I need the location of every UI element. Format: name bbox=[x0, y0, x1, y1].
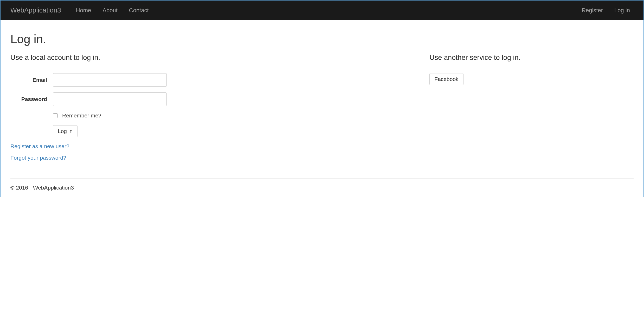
remember-label-wrapper[interactable]: Remember me? bbox=[53, 112, 422, 120]
nav-link-about[interactable]: About bbox=[97, 2, 123, 18]
navbar-nav-left: Home About Contact bbox=[70, 2, 154, 18]
form-group-submit: Log in bbox=[53, 125, 422, 137]
footer: © 2016 - WebApplication3 bbox=[10, 178, 634, 197]
nav-link-register[interactable]: Register bbox=[576, 2, 609, 18]
form-group-email: Email bbox=[10, 73, 422, 87]
login-links: Register as a new user? Forgot your pass… bbox=[10, 142, 422, 162]
login-row: Use a local account to log in. Email Pas… bbox=[10, 53, 634, 166]
remember-label: Remember me? bbox=[62, 112, 101, 120]
local-login-heading: Use a local account to log in. bbox=[10, 53, 422, 63]
email-field[interactable] bbox=[53, 73, 167, 87]
local-login-section: Use a local account to log in. Email Pas… bbox=[10, 53, 422, 162]
navbar-left: WebApplication3 Home About Contact bbox=[8, 2, 571, 19]
main-container: Log in. Use a local account to log in. E… bbox=[1, 20, 643, 171]
external-login-column: Use another service to log in. Facebook bbox=[429, 53, 623, 166]
navbar: WebApplication3 Home About Contact Regis… bbox=[1, 1, 643, 20]
local-login-column: Use a local account to log in. Email Pas… bbox=[10, 53, 422, 166]
page-title: Log in. bbox=[10, 31, 634, 48]
remember-checkbox[interactable] bbox=[53, 113, 57, 118]
facebook-login-button[interactable]: Facebook bbox=[429, 73, 463, 85]
nav-link-home[interactable]: Home bbox=[70, 2, 97, 18]
external-login-providers: Facebook bbox=[429, 73, 623, 85]
divider bbox=[10, 68, 422, 68]
divider bbox=[429, 68, 623, 68]
nav-link-contact[interactable]: Contact bbox=[123, 2, 154, 18]
login-button[interactable]: Log in bbox=[53, 125, 78, 137]
navbar-nav-right: Register Log in bbox=[576, 2, 636, 18]
navbar-right: Register Log in bbox=[571, 2, 636, 18]
nav-link-login[interactable]: Log in bbox=[609, 2, 636, 18]
navbar-brand[interactable]: WebApplication3 bbox=[8, 2, 65, 19]
footer-text: © 2016 - WebApplication3 bbox=[10, 184, 634, 192]
email-label: Email bbox=[10, 76, 53, 84]
login-form: Email Password Remember me? L bbox=[10, 73, 422, 137]
password-label: Password bbox=[10, 95, 53, 103]
external-login-section: Use another service to log in. Facebook bbox=[429, 53, 623, 85]
password-field[interactable] bbox=[53, 92, 167, 106]
form-group-remember: Remember me? bbox=[53, 112, 422, 120]
form-group-password: Password bbox=[10, 92, 422, 106]
forgot-password-link[interactable]: Forgot your password? bbox=[10, 155, 66, 161]
external-login-heading: Use another service to log in. bbox=[429, 53, 623, 63]
register-new-user-link[interactable]: Register as a new user? bbox=[10, 143, 69, 149]
